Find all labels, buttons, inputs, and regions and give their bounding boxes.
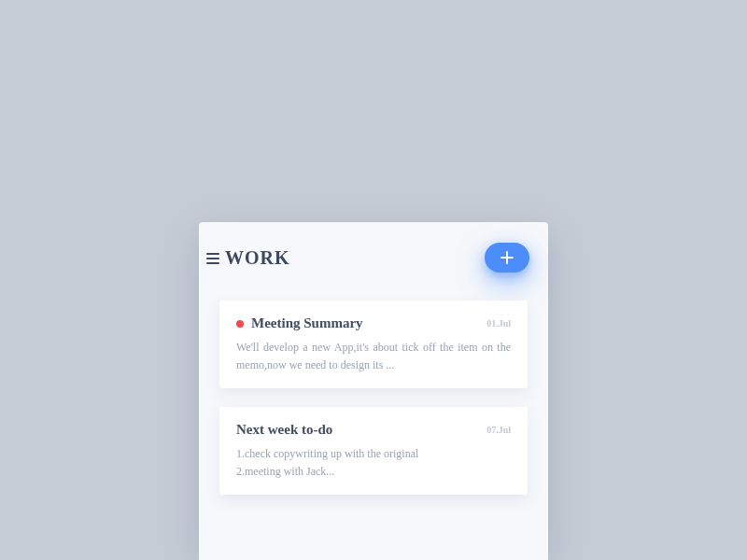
note-card[interactable]: Meeting Summary 01.Jul We'll develop a n… bbox=[219, 301, 528, 388]
note-preview: 1.check copywriting up with the original… bbox=[236, 445, 511, 480]
note-date: 07.Jul bbox=[486, 425, 511, 435]
note-date: 01.Jul bbox=[486, 318, 511, 329]
add-note-button[interactable] bbox=[485, 243, 529, 273]
note-card-header: Meeting Summary 01.Jul bbox=[236, 315, 511, 331]
note-card-header: Next week to-do 07.Jul bbox=[236, 422, 511, 438]
note-title: Next week to-do bbox=[236, 422, 332, 438]
header-left: WORK bbox=[206, 247, 290, 269]
notes-app-screen: WORK Meeting Summary 01.Jul We'll develo… bbox=[199, 222, 548, 560]
note-card[interactable]: Next week to-do 07.Jul 1.check copywriti… bbox=[219, 407, 528, 495]
note-preview: We'll develop a new App,it's about tick … bbox=[236, 339, 511, 373]
note-title-wrap: Next week to-do bbox=[236, 422, 332, 438]
note-title: Meeting Summary bbox=[251, 315, 363, 331]
note-title-wrap: Meeting Summary bbox=[236, 315, 363, 331]
header: WORK bbox=[199, 222, 548, 284]
priority-dot-icon bbox=[236, 320, 244, 328]
plus-icon bbox=[500, 250, 514, 265]
page-title: WORK bbox=[225, 247, 290, 269]
notes-list: Meeting Summary 01.Jul We'll develop a n… bbox=[199, 284, 548, 495]
menu-icon[interactable] bbox=[206, 253, 219, 264]
